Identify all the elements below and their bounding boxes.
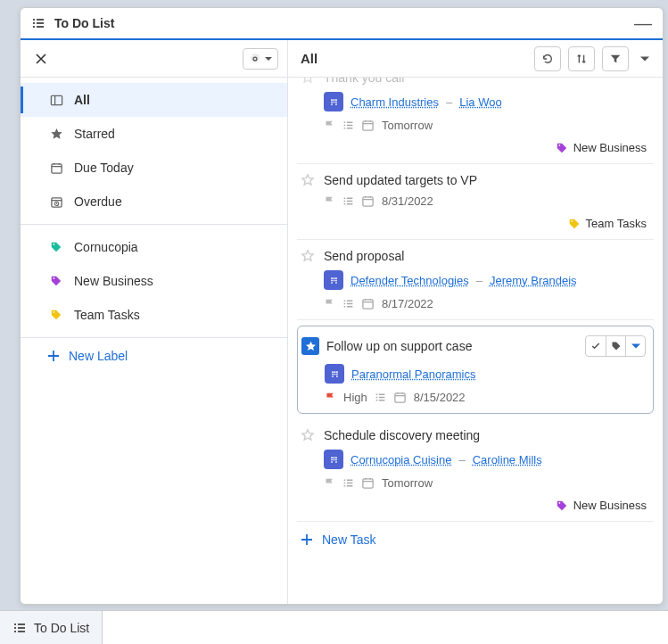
contact-link[interactable]: Caroline Mills	[473, 453, 542, 466]
sidebar-label-cornucopia[interactable]: Cornucopia	[21, 230, 287, 264]
bottom-tab-label: To Do List	[34, 621, 89, 635]
svg-rect-25	[395, 393, 405, 402]
settings-menu-button[interactable]	[243, 48, 278, 70]
minimize-button[interactable]: —	[634, 19, 652, 28]
account-link[interactable]: Charm Industries	[350, 95, 439, 109]
account-link[interactable]: Defender Technologies	[350, 274, 469, 287]
svg-rect-30	[363, 479, 373, 488]
task-label[interactable]: New Business	[556, 136, 647, 154]
star-toggle[interactable]	[301, 173, 317, 187]
task-date: 8/17/2022	[382, 297, 433, 310]
account-icon	[325, 364, 344, 384]
priority-flag-icon	[325, 392, 336, 403]
task-label-text: New Business	[573, 141, 647, 154]
account-icon	[324, 270, 343, 290]
task-actions	[585, 335, 646, 357]
calendar-icon	[49, 161, 63, 175]
task-date: Tomorrow	[382, 119, 433, 132]
plus-icon	[301, 533, 313, 546]
svg-rect-20	[363, 300, 373, 309]
sidebar-item-label: Overdue	[74, 194, 122, 209]
sidebar-filter-overdue[interactable]: Overdue	[21, 185, 287, 219]
sidebar-filter-starred[interactable]: Starred	[21, 117, 287, 151]
list-icon	[342, 120, 354, 131]
tag-icon	[49, 309, 63, 321]
flag-icon	[324, 120, 335, 131]
gear-icon	[249, 53, 261, 65]
filter-button[interactable]	[602, 46, 629, 71]
plus-icon	[47, 350, 60, 362]
sidebar-label-new-business[interactable]: New Business	[21, 264, 287, 298]
task-date: Tomorrow	[382, 476, 433, 490]
star-toggle[interactable]	[301, 249, 317, 263]
todo-list-icon	[12, 621, 27, 635]
account-link[interactable]: Paranormal Panoramics	[351, 367, 475, 381]
refresh-icon	[541, 53, 554, 65]
flag-icon	[324, 477, 335, 489]
flag-icon	[324, 195, 335, 207]
refresh-button[interactable]	[534, 46, 561, 71]
task-title: Thank you call	[324, 78, 404, 85]
sort-icon	[575, 53, 588, 65]
sidebar-item-label: Team Tasks	[74, 308, 140, 322]
complete-button[interactable]	[586, 336, 606, 356]
sort-button[interactable]	[568, 46, 595, 71]
calendar-icon	[361, 119, 375, 132]
bottom-tab-todo-list[interactable]: To Do List	[0, 611, 103, 644]
panel-icon	[49, 94, 63, 107]
panel-heading: All	[297, 51, 318, 66]
priority-text: High	[343, 391, 367, 404]
calendar-icon	[393, 391, 407, 404]
star-icon	[49, 128, 63, 141]
task-item[interactable]: Send proposalDefender Technologies–Jerem…	[297, 240, 654, 320]
task-item[interactable]: Schedule discovery meetingCornucopia Cui…	[297, 419, 654, 522]
svg-rect-15	[363, 197, 373, 206]
sidebar-item-label: Due Today	[74, 161, 134, 175]
svg-rect-1	[51, 95, 62, 104]
task-title: Schedule discovery meeting	[324, 428, 480, 442]
star-toggle[interactable]	[301, 78, 317, 85]
account-link[interactable]: Cornucopia Cuisine	[350, 453, 451, 466]
tag-icon	[49, 241, 63, 253]
tag-icon	[556, 500, 568, 512]
task-label[interactable]: Team Tasks	[568, 211, 647, 230]
sidebar-filter-due-today[interactable]: Due Today	[21, 151, 287, 185]
svg-rect-3	[51, 163, 61, 172]
overdue-icon	[49, 195, 63, 209]
more-menu-button[interactable]	[636, 46, 654, 71]
task-label[interactable]: New Business	[556, 493, 647, 512]
calendar-icon	[361, 297, 375, 310]
chevron-down-icon	[265, 55, 272, 62]
funnel-icon	[609, 53, 622, 65]
star-toggle[interactable]	[301, 337, 319, 355]
new-label-text: New Label	[69, 349, 128, 363]
task-item[interactable]: Send updated targets to VP8/31/2022Team …	[297, 164, 654, 240]
flag-icon	[324, 298, 335, 310]
todo-list-icon	[31, 16, 45, 30]
contact-link[interactable]: Jeremy Brandeis	[490, 274, 577, 287]
tag-button[interactable]	[606, 336, 625, 356]
sidebar-label-team-tasks[interactable]: Team Tasks	[21, 298, 287, 332]
task-title: Send updated targets to VP	[324, 173, 477, 187]
calendar-icon	[361, 194, 375, 208]
new-task-button[interactable]: New Task	[297, 522, 654, 557]
close-button[interactable]	[29, 49, 53, 69]
list-icon	[342, 195, 354, 207]
task-title: Follow up on support case	[326, 339, 472, 353]
sidebar-filter-all[interactable]: All	[21, 83, 287, 117]
contact-link[interactable]: Lia Woo	[459, 95, 501, 109]
new-label-button[interactable]: New Label	[21, 338, 287, 374]
task-date: 8/31/2022	[382, 194, 433, 208]
new-task-text: New Task	[322, 533, 375, 547]
star-toggle[interactable]	[301, 428, 317, 442]
task-item[interactable]: Thank you callCharm Industries–Lia WooTo…	[297, 78, 654, 164]
list-icon	[375, 392, 386, 403]
task-menu-button[interactable]	[625, 336, 645, 356]
task-label-text: New Business	[573, 499, 647, 512]
account-icon	[324, 92, 343, 111]
list-icon	[342, 298, 354, 310]
sidebar-item-label: Cornucopia	[74, 240, 138, 254]
window-title: To Do List	[54, 16, 114, 30]
task-item[interactable]: Follow up on support caseParanormal Pano…	[297, 326, 654, 414]
sidebar-item-label: New Business	[74, 274, 153, 288]
